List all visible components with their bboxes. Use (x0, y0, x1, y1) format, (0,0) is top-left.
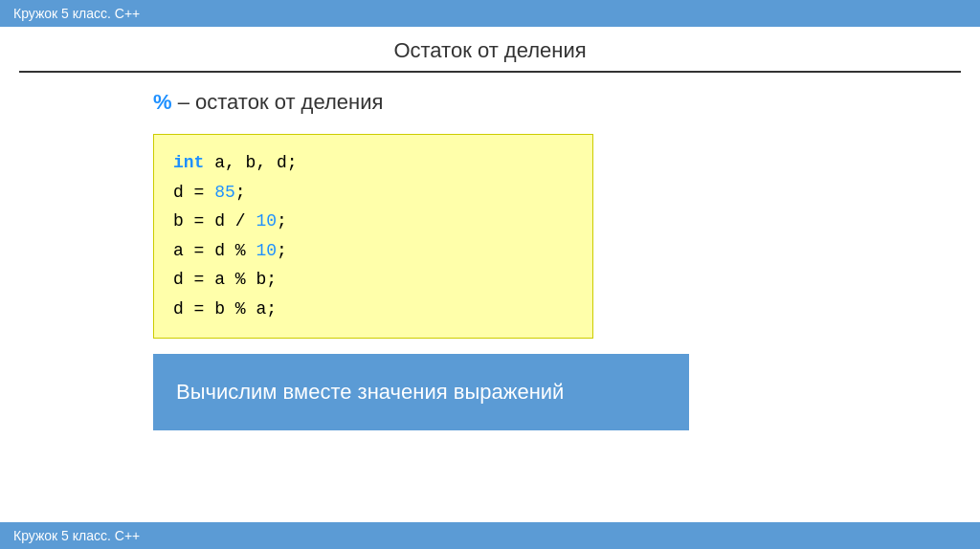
code-text-6: d = b % a; (173, 299, 277, 318)
code-text-3b: ; (277, 211, 287, 231)
bottom-bar-label: Кружок 5 класс. С++ (13, 528, 140, 543)
info-box-text: Вычислим вместе значения выражений (176, 380, 564, 405)
slide-title-area: Остаток от деления (19, 27, 961, 73)
slide-body: % – остаток от деления int a, b, d; d = … (0, 73, 980, 522)
code-num-10a: 10 (256, 211, 277, 231)
code-line-5: d = a % b; (173, 265, 573, 295)
code-num-85: 85 (214, 183, 235, 202)
code-line-6: d = b % a; (173, 295, 573, 324)
slide-title: Остаток от деления (393, 38, 586, 62)
code-text-5: d = a % b; (173, 270, 277, 289)
code-text-2b: ; (235, 183, 246, 202)
bottom-bar: Кружок 5 класс. С++ (0, 522, 980, 549)
code-line-3: b = d / 10; (173, 207, 573, 236)
subtitle-line: % – остаток от деления (153, 90, 827, 115)
code-text-3a: b = d / (173, 211, 256, 231)
code-num-10b: 10 (256, 241, 277, 260)
code-line-2: d = 85; (173, 178, 573, 208)
code-text-4b: ; (277, 241, 287, 260)
info-box: Вычислим вместе значения выражений (153, 354, 689, 430)
keyword-int: int (173, 153, 204, 172)
subtitle-text: – остаток от деления (178, 90, 384, 114)
top-bar: Кружок 5 класс. С++ (0, 0, 980, 27)
code-line-4: a = d % 10; (173, 236, 573, 266)
code-block: int a, b, d; d = 85; b = d / 10; a = d %… (153, 134, 593, 339)
code-line-1: int a, b, d; (173, 148, 573, 178)
code-text-2a: d = (173, 183, 214, 202)
top-bar-label: Кружок 5 класс. С++ (13, 6, 140, 21)
main-content: Остаток от деления % – остаток от делени… (0, 27, 980, 522)
code-text-1: a, b, d; (214, 153, 297, 172)
code-text-4a: a = d % (173, 241, 256, 260)
percent-symbol: % (153, 90, 172, 114)
